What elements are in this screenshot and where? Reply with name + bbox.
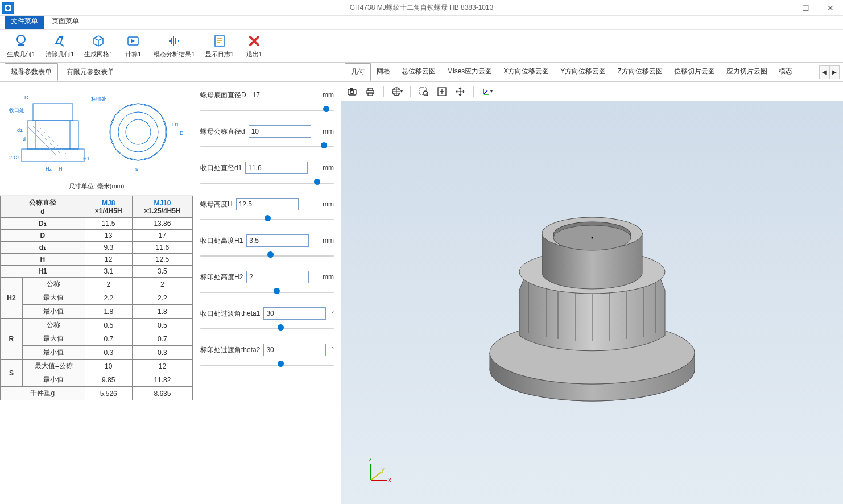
schematic-caption: 尺寸单位: 毫米(mm) [69,182,125,191]
left-pane: 螺母参数表单 有限元参数表单 [0,63,341,504]
close-button[interactable]: ✕ [818,0,843,16]
param-input-4[interactable] [246,234,309,247]
table-row: H2公称22 [1,278,193,291]
ribbon-exit[interactable]: 退出1 [241,32,268,60]
param-row: 螺母高度H mm [200,198,334,222]
axis-toggle-icon[interactable]: ▾ [481,85,493,98]
pan-icon[interactable] [454,85,466,98]
param-label: 螺母高度H [200,200,233,209]
exit-icon [246,33,262,49]
table-row: D₁11.513.86 [1,218,193,230]
view-tab-9[interactable]: 模态 [773,63,798,81]
svg-rect-26 [350,88,353,90]
view-tab-4[interactable]: X方向位移云图 [498,63,555,81]
svg-text:d: d [23,136,26,142]
svg-text:收口处: 收口处 [9,108,24,113]
ribbon-compute[interactable]: 计算1 [119,32,147,60]
ribbon-clear-geometry[interactable]: 清除几何1 [42,32,77,60]
tab-page-menu[interactable]: 页面菜单 [46,14,85,29]
table-row: d₁9.311.6 [1,242,193,254]
view-tab-5[interactable]: Y方向位移云图 [555,63,611,81]
param-row: 螺母公称直径d mm [200,125,334,149]
tab-nut-params[interactable]: 螺母参数表单 [5,63,58,81]
svg-point-10 [118,112,158,152]
schematic-diagram: R 标印处 收口处 d1 d 2-C1 Hz H H1 s D1 [0,82,193,196]
show-log-icon [212,33,228,49]
param-slider-6[interactable] [200,327,334,331]
table-row: 千件重g5.5268.635 [1,387,193,400]
param-slider-0[interactable] [200,108,334,113]
param-label: 螺母底面直径D [200,90,246,100]
ribbon-show-log[interactable]: 显示日志1 [202,32,237,60]
svg-text:H1: H1 [83,156,90,162]
tab-file-menu[interactable]: 文件菜单 [5,14,44,29]
fit-view-icon[interactable] [436,85,448,98]
view-tab-0[interactable]: 几何 [345,63,371,81]
title-bar: GH4738 MJ螺纹十二角自锁螺母 HB 8383-1013 — ☐ ✕ [0,0,843,16]
table-row: 最大值0.70.7 [1,332,193,346]
param-unit: mm [323,91,334,99]
maximize-button[interactable]: ☐ [793,0,818,16]
tab-scroll-right[interactable]: ▶ [829,65,840,79]
param-input-1[interactable] [249,125,311,138]
param-row: 收口处直径d1 mm [200,162,334,185]
param-input-7[interactable] [263,344,326,356]
view-tab-3[interactable]: Mises应力云图 [441,63,498,81]
svg-text:D1: D1 [172,122,179,127]
3d-viewport[interactable]: z y x [341,101,843,504]
param-row: 收口处过渡角theta1 ° [200,307,334,331]
param-slider-3[interactable] [200,217,334,222]
compute-icon [125,33,141,49]
param-row: 标印处过渡角theta2 ° [200,344,334,367]
table-row: R公称0.50.5 [1,319,193,332]
view-tab-1[interactable]: 网格 [371,63,396,81]
param-slider-4[interactable] [200,254,334,258]
minimize-button[interactable]: — [768,0,793,16]
svg-point-25 [350,90,354,94]
view-tab-2[interactable]: 总位移云图 [396,63,441,81]
app-icon [2,2,14,14]
param-input-5[interactable] [246,271,309,283]
param-input-3[interactable] [236,198,299,210]
view-tabs: 几何网格总位移云图Mises应力云图X方向位移云图Y方向位移云图Z方向位移云图位… [341,63,843,82]
axis-gizmo: z y x [364,458,392,487]
param-slider-2[interactable] [200,181,334,185]
svg-text:d1: d1 [17,127,23,133]
tab-fem-params[interactable]: 有限元参数表单 [60,63,121,81]
svg-rect-28 [368,88,373,90]
param-unit: mm [323,273,334,281]
ribbon-gen-geometry[interactable]: 生成几何1 [3,32,39,60]
ribbon-modal-result[interactable]: 模态分析结果1 [150,32,198,60]
tab-scroll-left[interactable]: ◀ [819,65,829,79]
param-row: 收口处高度H1 mm [200,234,334,258]
svg-text:D: D [180,130,184,136]
globe-icon[interactable]: ▾ [391,85,403,98]
svg-text:Hz: Hz [46,166,52,172]
model-nut [467,165,717,415]
param-input-2[interactable] [245,162,308,174]
clear-geometry-icon [52,33,68,49]
param-unit: mm [323,164,334,172]
ribbon-toolbar: 生成几何1 清除几何1 生成网格1 计算1 模态分析结果1 显示日志1 退出1 [0,30,843,63]
table-row: H13.13.5 [1,266,193,278]
zoom-area-icon[interactable] [418,85,430,98]
ribbon-gen-mesh[interactable]: 生成网格1 [81,32,116,60]
param-input-0[interactable] [250,89,312,101]
gen-mesh-icon [90,33,106,49]
param-label: 收口处直径d1 [200,163,242,173]
view-tab-7[interactable]: 位移切片云图 [668,63,721,81]
param-slider-7[interactable] [200,363,334,367]
svg-point-32 [423,91,428,96]
param-label: 收口处过渡角theta1 [200,309,260,319]
param-label: 收口处高度H1 [200,236,243,246]
param-input-6[interactable] [263,307,326,320]
param-slider-5[interactable] [200,290,334,295]
svg-point-1 [17,35,25,43]
table-row: 最小值0.30.3 [1,346,193,360]
modal-result-icon [166,33,182,49]
camera-icon[interactable] [346,85,358,98]
view-tab-8[interactable]: 应力切片云图 [721,63,773,81]
print-icon[interactable] [364,85,377,98]
param-slider-1[interactable] [200,144,334,149]
view-tab-6[interactable]: Z方向位移云图 [611,63,668,81]
